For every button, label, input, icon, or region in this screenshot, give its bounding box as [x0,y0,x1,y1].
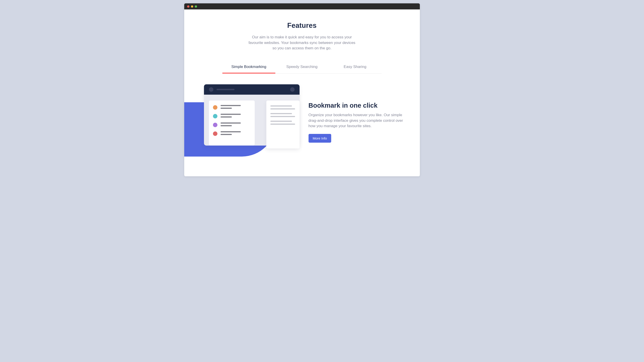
placeholder-lines [270,113,296,117]
placeholder-lines [220,114,241,117]
placeholder-lines [220,105,241,109]
browser-window-illustration [204,84,300,146]
feature-title: Bookmark in one click [308,102,409,109]
page-content: Features Our aim is to make it quick and… [184,9,420,161]
bullet-icon [213,105,218,110]
dot-icon [290,87,294,92]
window-titlebar [184,3,420,9]
placeholder-lines [220,122,241,126]
placeholder-lines [270,105,296,109]
dot-icon [209,87,214,92]
placeholder-bar [270,121,292,122]
bullet-icon [213,123,218,127]
placeholder-bar [220,108,232,109]
features-description: Our aim is to make it quick and easy for… [247,34,357,51]
feature-text: Bookmark in one click Organize your book… [308,84,420,143]
feature-description: Organize your bookmarks however you like… [308,112,409,129]
zoom-icon[interactable] [195,5,197,8]
bookmark-list-card [209,100,255,145]
placeholder-bar [270,108,295,109]
tab-easy-sharing[interactable]: Easy Sharing [328,62,382,73]
features-heading: Features [184,21,420,30]
placeholder-bar [220,114,241,115]
placeholder-bar [220,134,232,135]
tab-label: Speedy Searching [286,65,318,69]
placeholder-bar [220,105,241,106]
feature-illustration [184,84,300,161]
list-item [213,114,251,118]
placeholder-bar [220,122,241,124]
tab-simple-bookmarking[interactable]: Simple Bookmarking [222,62,276,73]
browser-header [204,84,300,95]
placeholder-lines [270,121,296,125]
placeholder-lines [220,131,241,135]
feature-panel: Bookmark in one click Organize your book… [184,84,420,161]
tab-label: Easy Sharing [344,65,366,69]
more-info-button[interactable]: More Info [308,134,331,143]
placeholder-bar [220,131,241,132]
bullet-icon [213,114,218,118]
list-item [213,105,251,110]
placeholder-bar [270,113,292,114]
tab-label: Simple Bookmarking [231,65,266,69]
placeholder-bar [270,116,295,117]
minimize-icon[interactable] [191,5,193,8]
list-item [213,131,251,136]
list-item [213,122,251,127]
app-window: Features Our aim is to make it quick and… [184,3,420,176]
placeholder-bar [216,89,234,90]
feature-tabs: Simple Bookmarking Speedy Searching Easy… [222,62,382,73]
detail-card [266,100,300,148]
placeholder-bar [270,105,292,106]
placeholder-bar [220,125,232,126]
placeholder-bar [220,116,232,117]
close-icon[interactable] [187,5,190,8]
placeholder-bar [270,124,295,125]
bullet-icon [213,131,218,136]
tab-speedy-searching[interactable]: Speedy Searching [275,62,328,73]
browser-header-left [209,87,234,92]
